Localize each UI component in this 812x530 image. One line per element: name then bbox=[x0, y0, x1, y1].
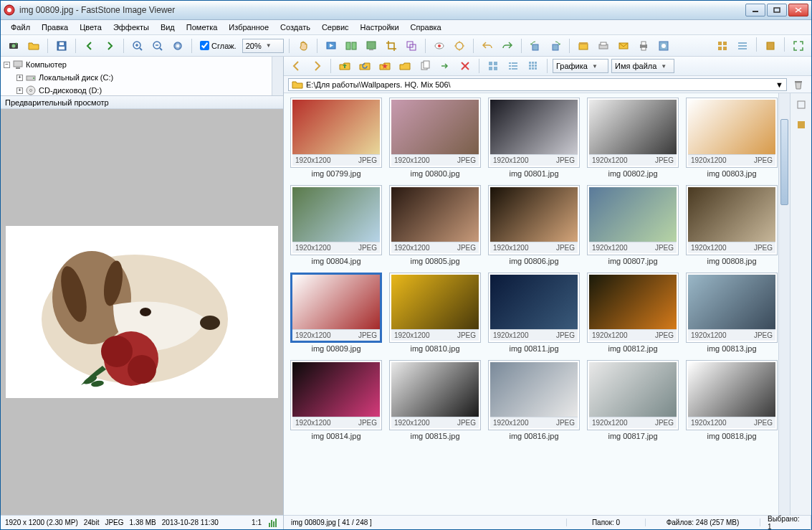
menu-вид[interactable]: Вид bbox=[155, 22, 181, 33]
thumbnail-item[interactable]: 1920x1200JPEG img 00813.jpg bbox=[685, 273, 778, 353]
save-button[interactable] bbox=[53, 37, 70, 55]
view-large-icons[interactable] bbox=[484, 57, 502, 75]
menu-настройки[interactable]: Настройки bbox=[355, 22, 405, 33]
back-button[interactable] bbox=[81, 37, 98, 55]
hand-tool-button[interactable] bbox=[295, 37, 312, 55]
tree-drive-d[interactable]: CD-дисковод (D:) bbox=[39, 86, 102, 95]
thumbnail-item[interactable]: 1920x1200JPEG img 00805.jpg bbox=[388, 185, 482, 265]
redo-button[interactable] bbox=[499, 37, 516, 55]
minimize-button[interactable] bbox=[745, 4, 765, 16]
thumbnail-area[interactable]: 1920x1200JPEG img 00799.jpg 1920x1200JPE… bbox=[284, 93, 811, 515]
nav-back-button[interactable] bbox=[288, 57, 305, 75]
menu-справка[interactable]: Справка bbox=[405, 22, 447, 33]
thumbnail-item[interactable]: 1920x1200JPEG img 00799.jpg bbox=[290, 98, 383, 178]
thumbnail-item[interactable]: 1920x1200JPEG img 00814.jpg bbox=[290, 360, 383, 440]
menu-файл[interactable]: Файл bbox=[5, 22, 36, 33]
rotate-right-button[interactable] bbox=[547, 37, 564, 55]
histogram-icon[interactable] bbox=[267, 517, 279, 529]
thumbnail-item[interactable]: 1920x1200JPEG img 00817.jpg bbox=[586, 360, 679, 440]
menu-правка[interactable]: Правка bbox=[36, 22, 74, 33]
email-button[interactable] bbox=[615, 37, 632, 55]
path-input[interactable]: E:\Для работы\Wallpapers. HQ. Mix 506\ ▼ bbox=[288, 78, 787, 91]
folder-tree[interactable]: −Компьютер +Локальный диск (C:) +CD-диск… bbox=[1, 57, 283, 96]
acquire-button[interactable] bbox=[5, 37, 22, 55]
thumb-scrollbar[interactable] bbox=[778, 93, 790, 515]
tree-scrollbar[interactable] bbox=[272, 57, 283, 95]
thumbnail-item[interactable]: 1920x1200JPEG img 00803.jpg bbox=[685, 98, 778, 178]
close-button[interactable] bbox=[788, 4, 808, 16]
view-small-icons[interactable] bbox=[525, 57, 542, 75]
zoom-fit-button[interactable] bbox=[169, 37, 186, 55]
compare-button[interactable] bbox=[343, 37, 360, 55]
sort-combo[interactable]: Имя файла▼ bbox=[611, 59, 674, 73]
fullscreen-button[interactable] bbox=[790, 37, 807, 55]
maximize-button[interactable] bbox=[767, 4, 787, 16]
view-list-button[interactable] bbox=[734, 37, 751, 55]
open-button[interactable] bbox=[25, 37, 42, 55]
thumbnail-item[interactable]: 1920x1200JPEG img 00804.jpg bbox=[290, 185, 383, 265]
view-thumbs-button[interactable] bbox=[714, 37, 731, 55]
chevron-down-icon[interactable]: ▼ bbox=[775, 80, 783, 89]
svg-rect-97 bbox=[529, 65, 531, 67]
preview-pane[interactable] bbox=[1, 109, 283, 515]
thumbnail-item[interactable]: 1920x1200JPEG img 00800.jpg bbox=[388, 98, 482, 178]
undo-button[interactable] bbox=[479, 37, 496, 55]
thumbnail-item[interactable]: 1920x1200JPEG img 00802.jpg bbox=[586, 98, 679, 178]
redeye-button[interactable] bbox=[431, 37, 448, 55]
rail-button-1[interactable] bbox=[793, 96, 810, 113]
adjust-button[interactable] bbox=[451, 37, 468, 55]
zoom-out-button[interactable] bbox=[149, 37, 166, 55]
thumbnail-item[interactable]: 1920x1200JPEG img 00807.jpg bbox=[586, 185, 679, 265]
svg-rect-94 bbox=[529, 62, 531, 64]
nav-forward-button[interactable] bbox=[308, 57, 325, 75]
zoom-combo[interactable]: 20%▼ bbox=[242, 39, 284, 53]
tree-drive-c[interactable]: Локальный диск (C:) bbox=[39, 73, 113, 82]
crop-button[interactable] bbox=[383, 37, 400, 55]
right-rail bbox=[790, 93, 811, 515]
menu-создать[interactable]: Создать bbox=[274, 22, 316, 33]
view-single-button[interactable] bbox=[762, 37, 779, 55]
menu-цвета[interactable]: Цвета bbox=[74, 22, 108, 33]
svg-point-62 bbox=[30, 90, 32, 92]
resize-button[interactable] bbox=[403, 37, 420, 55]
new-folder-button[interactable] bbox=[396, 57, 414, 75]
forward-button[interactable] bbox=[101, 37, 118, 55]
refresh-button[interactable] bbox=[356, 57, 373, 75]
thumbnail-item[interactable]: 1920x1200JPEG img 00812.jpg bbox=[586, 273, 679, 353]
up-folder-button[interactable] bbox=[336, 57, 353, 75]
svg-rect-87 bbox=[494, 67, 497, 70]
delete-button[interactable] bbox=[457, 57, 474, 75]
settings-button[interactable] bbox=[655, 37, 672, 55]
thumbnail-item[interactable]: 1920x1200JPEG img 00801.jpg bbox=[487, 98, 581, 178]
thumbnail-item[interactable]: 1920x1200JPEG img 00816.jpg bbox=[487, 360, 581, 440]
svg-rect-99 bbox=[535, 65, 537, 67]
status-current: img 00809.jpg [ 41 / 248 ] bbox=[284, 519, 567, 526]
menu-эффекты[interactable]: Эффекты bbox=[108, 22, 155, 33]
smooth-checkbox[interactable]: Сглаж. bbox=[200, 41, 237, 50]
rotate-left-button[interactable] bbox=[527, 37, 544, 55]
thumbnail-item[interactable]: 1920x1200JPEG img 00806.jpg bbox=[487, 185, 581, 265]
menu-сервис[interactable]: Сервис bbox=[316, 22, 355, 33]
copy-to-button[interactable] bbox=[416, 57, 434, 75]
menu-пометка[interactable]: Пометка bbox=[181, 22, 224, 33]
move-to-button[interactable] bbox=[436, 57, 454, 75]
scanner-button[interactable] bbox=[595, 37, 612, 55]
slideshow-button[interactable] bbox=[323, 37, 340, 55]
thumbnail-item[interactable]: 1920x1200JPEG img 00808.jpg bbox=[685, 185, 778, 265]
status-ratio: 1:1 bbox=[252, 519, 262, 526]
print-button[interactable] bbox=[635, 37, 652, 55]
thumbnail-item[interactable]: 1920x1200JPEG img 00809.jpg bbox=[290, 273, 383, 353]
favorites-button[interactable] bbox=[376, 57, 393, 75]
archive-button[interactable] bbox=[575, 37, 592, 55]
thumbnail-item[interactable]: 1920x1200JPEG img 00818.jpg bbox=[685, 360, 778, 440]
view-details[interactable] bbox=[505, 57, 522, 75]
menu-избранное[interactable]: Избранное bbox=[223, 22, 274, 33]
rail-button-2[interactable] bbox=[793, 116, 810, 133]
thumbnail-item[interactable]: 1920x1200JPEG img 00815.jpg bbox=[388, 360, 482, 440]
thumbnail-item[interactable]: 1920x1200JPEG img 00811.jpg bbox=[487, 273, 581, 353]
zoom-in-button[interactable] bbox=[129, 37, 146, 55]
recycle-button[interactable] bbox=[790, 76, 807, 93]
thumbnail-item[interactable]: 1920x1200JPEG img 00810.jpg bbox=[388, 273, 482, 353]
wallpaper-button[interactable] bbox=[363, 37, 380, 55]
view-mode-combo[interactable]: Графика▼ bbox=[553, 59, 608, 73]
